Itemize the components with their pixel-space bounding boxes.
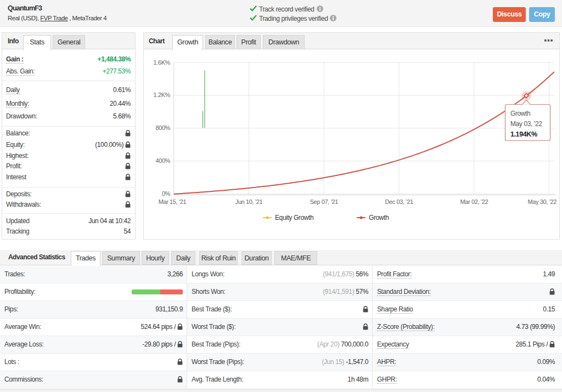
svg-text:400%: 400% (155, 157, 170, 164)
svg-text:0%: 0% (162, 190, 171, 197)
svg-text:Equity Growth: Equity Growth (275, 214, 313, 221)
svg-text:May 30, ’22: May 30, ’22 (528, 198, 557, 205)
svg-text:Mar 02, ’22: Mar 02, ’22 (460, 198, 488, 205)
svg-text:Growth: Growth (369, 214, 389, 221)
svg-text:1.2K%: 1.2K% (154, 92, 171, 98)
svg-text:Jun 10, ’21: Jun 10, ’21 (235, 198, 263, 205)
svg-text:Sep 07, ’21: Sep 07, ’21 (310, 198, 339, 205)
svg-text:800%: 800% (155, 124, 170, 131)
svg-text:May 03, ’22: May 03, ’22 (510, 120, 542, 128)
svg-text:Growth: Growth (510, 110, 530, 117)
svg-text:1.194K%: 1.194K% (510, 130, 537, 138)
svg-text:1.6K%: 1.6K% (154, 59, 171, 66)
svg-text:Dec 03, ’21: Dec 03, ’21 (385, 198, 413, 205)
svg-text:Mar 15, ’21: Mar 15, ’21 (159, 198, 187, 205)
